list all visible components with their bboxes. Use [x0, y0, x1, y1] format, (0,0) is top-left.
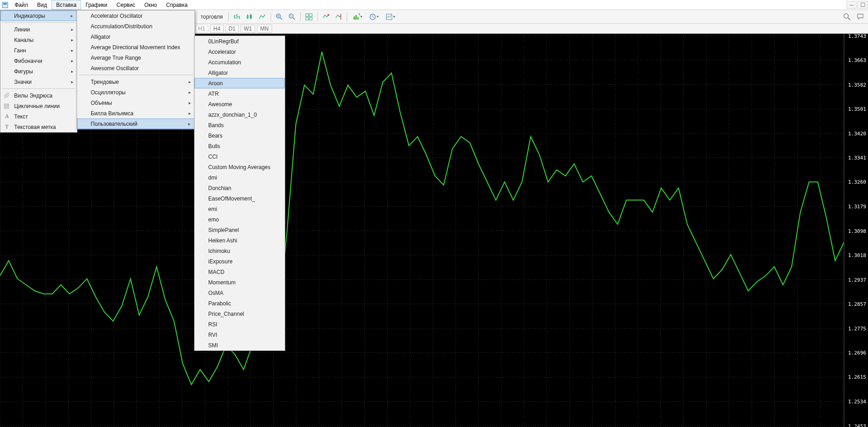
menu-item[interactable]: Momentum [195, 277, 285, 288]
menu-item[interactable]: Average Directional Movement Index [77, 42, 195, 52]
menu-item[interactable]: Пользовательский [77, 118, 195, 129]
menu-item[interactable]: Custom Moving Averages [195, 162, 285, 172]
menu-item[interactable]: Alligator [195, 67, 285, 78]
custom-indicators-submenu: 0LinRegrBufAcceleratorAccumulationAlliga… [194, 36, 285, 351]
menu-item[interactable]: SimplePanel [195, 225, 285, 235]
svg-line-30 [848, 18, 850, 20]
menu-item[interactable]: Price_Channel [195, 309, 285, 319]
indicators-submenu: Accelerator OscillatorAccumulation/Distr… [77, 10, 195, 129]
price-tick-label: 1.3582 [848, 82, 866, 88]
menu-item[interactable]: iExposure [195, 256, 285, 267]
search-icon[interactable] [842, 11, 853, 22]
menu-item[interactable]: Каналы [0, 35, 77, 45]
menu-item[interactable]: CCI [195, 151, 285, 162]
periods-icon[interactable]: ▾ [366, 11, 381, 22]
price-tick-label: 1.3179 [848, 204, 866, 210]
price-tick-label: 1.2615 [848, 374, 866, 380]
price-tick-label: 1.3018 [848, 252, 866, 258]
price-axis: 1.37431.36631.35821.35011.34201.33411.32… [844, 34, 868, 427]
menu-charts[interactable]: Графики [81, 0, 112, 10]
zoom-in-icon[interactable] [274, 11, 285, 22]
menu-item[interactable]: 0LinRegrBuf [195, 36, 285, 46]
svg-rect-15 [306, 17, 308, 20]
tf-h4[interactable]: H4 [210, 25, 223, 33]
menu-item[interactable]: Индикаторы [0, 10, 77, 21]
menu-item[interactable]: Линии [0, 24, 77, 35]
menu-item[interactable]: Bears [195, 130, 285, 141]
svg-rect-13 [306, 14, 308, 16]
menu-service[interactable]: Сервис [112, 0, 140, 10]
svg-rect-0 [2, 2, 8, 8]
chat-icon[interactable] [855, 11, 866, 22]
tf-mn[interactable]: MN [257, 25, 272, 33]
indicators-icon[interactable]: +▾ [350, 11, 365, 22]
menu-item[interactable]: RVI [195, 329, 285, 340]
menu-item[interactable]: Вилы Эндрюса [0, 90, 77, 101]
menu-item[interactable]: Трендовые [77, 77, 195, 87]
chart-shift-icon[interactable] [333, 11, 344, 22]
toolbar-trade-label[interactable]: торговля [198, 14, 226, 20]
menu-insert[interactable]: Вставка [51, 0, 81, 10]
menu-item[interactable]: Accelerator [195, 46, 285, 57]
menu-item[interactable]: Accumulation [195, 57, 285, 67]
menu-item[interactable]: TТекстовая метка [0, 122, 77, 132]
menu-item[interactable]: Parabolic [195, 298, 285, 309]
window-maximize[interactable]: ☐ [858, 1, 868, 9]
templates-icon[interactable]: ▾ [383, 11, 397, 22]
price-tick-label: 1.3501 [848, 106, 866, 112]
svg-rect-23 [357, 17, 359, 20]
menu-item[interactable]: Donchian [195, 183, 285, 193]
menu-item[interactable]: Ichimoku [195, 246, 285, 256]
menu-item[interactable]: Билла Вильямса [77, 108, 195, 118]
tile-windows-icon[interactable] [303, 11, 314, 22]
svg-line-11 [293, 17, 295, 20]
menu-item[interactable]: emo [195, 214, 285, 225]
menu-item[interactable]: Average True Range [77, 52, 195, 63]
svg-text:+: + [358, 13, 360, 17]
menu-bar: Файл Вид Вставка Графики Сервис Окно Спр… [0, 0, 868, 10]
menu-window[interactable]: Окно [140, 0, 162, 10]
menu-item[interactable]: Aroon [195, 78, 285, 88]
menu-item[interactable]: Awesome Oscillator [77, 63, 195, 73]
menu-item[interactable]: RSI [195, 319, 285, 329]
menu-item[interactable]: Awesome [195, 99, 285, 109]
menu-item[interactable]: Ганн [0, 45, 77, 56]
price-tick-label: 1.3341 [848, 155, 866, 161]
bar-chart-icon[interactable] [231, 11, 242, 22]
autoscroll-icon[interactable] [320, 11, 331, 22]
menu-help[interactable]: Справка [162, 0, 192, 10]
svg-rect-22 [355, 15, 357, 20]
menu-item[interactable]: ATR [195, 88, 285, 99]
menu-item[interactable]: Bands [195, 120, 285, 130]
svg-rect-14 [309, 14, 312, 16]
zoom-out-icon[interactable] [287, 11, 298, 22]
tf-h1[interactable]: H1 [195, 25, 208, 33]
menu-item[interactable]: MACD [195, 267, 285, 277]
menu-item[interactable]: EaseOfMovement_ [195, 193, 285, 204]
menu-view[interactable]: Вид [33, 0, 52, 10]
app-icon [0, 0, 10, 10]
line-chart-icon[interactable] [257, 11, 268, 22]
menu-item[interactable]: Heiken Ashi [195, 235, 285, 246]
menu-item[interactable]: dmi [195, 172, 285, 183]
window-minimize[interactable]: ─ [847, 1, 857, 9]
menu-item[interactable]: Цикличные линии [0, 101, 77, 111]
menu-item[interactable]: Alligator [77, 31, 195, 42]
menu-item[interactable]: Значки [0, 77, 77, 87]
menu-item[interactable]: Фигуры [0, 66, 77, 77]
tf-d1[interactable]: D1 [226, 25, 239, 33]
menu-item[interactable]: emi [195, 204, 285, 214]
menu-item[interactable]: Accelerator Oscillator [77, 10, 195, 21]
menu-item[interactable]: azzx_donchian_1_0 [195, 109, 285, 120]
menu-item[interactable]: Bulls [195, 141, 285, 151]
menu-item[interactable]: Accumulation/Distribution [77, 21, 195, 31]
menu-item[interactable]: SMI [195, 340, 285, 350]
menu-item[interactable]: AТекст [0, 111, 77, 122]
menu-item[interactable]: OsMA [195, 288, 285, 298]
tf-w1[interactable]: W1 [241, 25, 255, 33]
menu-item[interactable]: Фибоначчи [0, 56, 77, 66]
menu-file[interactable]: Файл [10, 0, 33, 10]
menu-item[interactable]: Осцилляторы [77, 87, 195, 98]
candlestick-icon[interactable] [244, 11, 255, 22]
menu-item[interactable]: Объемы [77, 98, 195, 108]
